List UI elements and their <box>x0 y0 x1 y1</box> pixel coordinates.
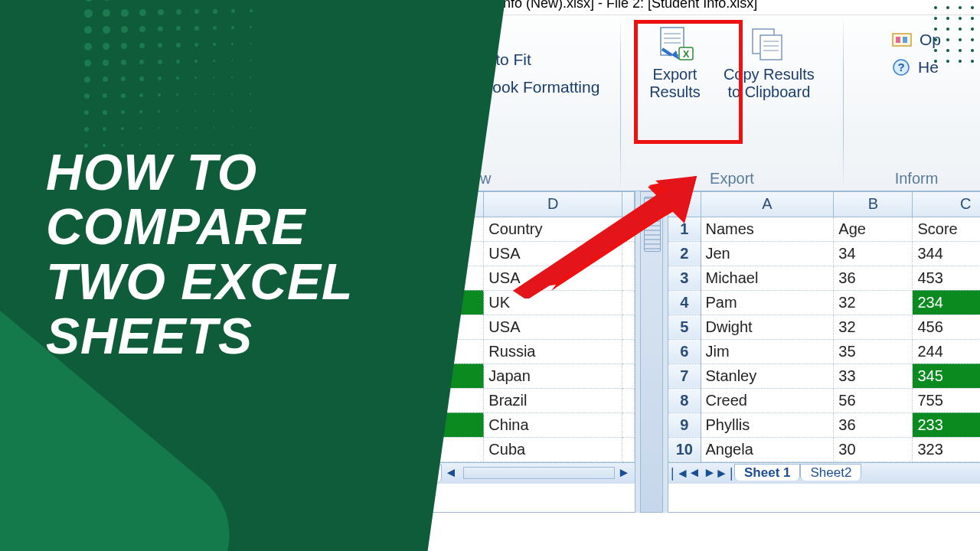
help-icon: ? <box>892 58 910 77</box>
column-header[interactable]: B <box>834 192 913 217</box>
svg-marker-18 <box>513 176 697 298</box>
next-sheet-icon[interactable]: ► <box>704 467 716 479</box>
page-headline: HOW TO COMPARE TWO EXCEL SHEETS <box>46 145 353 364</box>
table-row[interactable]: 4Pam32234 <box>668 290 980 315</box>
svg-text:?: ? <box>897 60 904 73</box>
table-row[interactable]: 3Michael36453 <box>668 266 980 290</box>
right-grid[interactable]: ABC1NamesAgeScore2Jen343443Michael364534… <box>668 192 980 462</box>
ribbon-group-label: Export <box>710 167 754 187</box>
svg-rect-9 <box>893 34 911 46</box>
pointer-arrow <box>513 176 697 294</box>
scroll-right-icon[interactable]: ► <box>618 467 630 479</box>
column-header[interactable]: C <box>913 192 980 217</box>
table-row[interactable]: 2Jen34344 <box>668 241 980 266</box>
ribbon-group-info: Op ? He Inform <box>844 15 980 191</box>
options-label: Op <box>920 31 941 49</box>
copy-results-icon <box>750 26 788 61</box>
svg-rect-8 <box>760 35 782 60</box>
sheet-tab[interactable]: Sheet 1 <box>734 464 800 481</box>
last-sheet-icon[interactable]: ►∣ <box>719 467 731 479</box>
options-icon <box>892 31 912 48</box>
svg-rect-11 <box>903 37 907 43</box>
ribbon-group-label: Inform <box>895 167 939 187</box>
table-row[interactable]: 6Jim35244 <box>668 339 980 364</box>
first-sheet-icon[interactable]: ∣◄ <box>673 467 685 479</box>
column-header[interactable]: A <box>701 192 834 217</box>
table-row[interactable]: 9Phyllis36233 <box>668 412 980 437</box>
scroll-left-icon[interactable]: ◄ <box>445 467 457 479</box>
horizontal-scrollbar[interactable] <box>463 467 615 479</box>
help-button[interactable]: ? He <box>892 58 939 77</box>
table-row[interactable]: 8Creed56755 <box>668 388 980 412</box>
table-row[interactable]: 10Angela30323 <box>668 437 980 461</box>
table-row[interactable]: 5Dwight32456 <box>668 315 980 339</box>
svg-rect-10 <box>896 37 900 43</box>
prev-sheet-icon[interactable]: ◄ <box>688 467 701 479</box>
sheet-tab[interactable]: Sheet2 <box>800 464 861 481</box>
highlight-box <box>634 20 743 144</box>
table-row[interactable]: 1NamesAgeScore <box>668 217 980 241</box>
right-pane: ABC1NamesAgeScore2Jen343443Michael364534… <box>668 191 980 513</box>
right-sheet-tabs: ∣◄ ◄ ► ►∣ Sheet 1Sheet2 <box>668 462 980 484</box>
table-row[interactable]: 7Stanley33345 <box>668 364 980 388</box>
